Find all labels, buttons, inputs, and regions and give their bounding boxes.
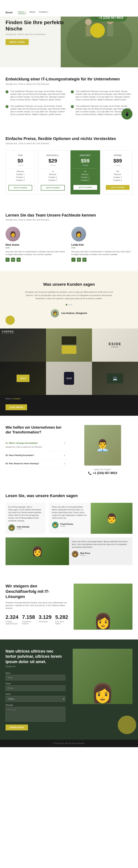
team-card-nina: 👩 Nina Scave Rolle Duis lacus duis dolor… bbox=[5, 227, 67, 262]
faq-item-2[interactable]: 02. Haus Painting Essentials? ∨ bbox=[5, 451, 65, 460]
dot-3[interactable] bbox=[71, 304, 72, 305]
portfolio-read-more-button[interactable]: LESE MEHR bbox=[5, 404, 27, 410]
portfolio-item-4: IDEAS bbox=[0, 362, 46, 395]
form-input-phone[interactable] bbox=[5, 685, 65, 691]
testimonial-title: Was unsere Kunden sagen bbox=[5, 282, 133, 287]
portfolio-caption-text: Artist on bbox=[5, 398, 13, 400]
review-author-celia: 👩 Celia Almeda Design bbox=[8, 524, 43, 531]
form-field-select: Select Wähle... bbox=[5, 693, 65, 702]
pricing-feature-prem-4: Funktion 2 bbox=[106, 179, 130, 181]
form-textarea-message[interactable] bbox=[5, 707, 65, 721]
form-select[interactable]: Wähle... bbox=[5, 696, 65, 702]
review-info-frank: Frank Kinney Design bbox=[60, 523, 73, 527]
team-role-linda: Rolle bbox=[72, 247, 133, 249]
pricing-feature-prem-2: Bewuser bbox=[106, 174, 130, 176]
pricing-feature-ind-2: Bewuser bbox=[41, 174, 64, 176]
stat-clients: 7.158 Zufriedene Kunden bbox=[22, 614, 35, 625]
faq-contact-label: Haben Sie Fragen? bbox=[88, 468, 117, 470]
hero-section: Finden Sie Ihre perfekte Nische Sample t… bbox=[0, 8, 138, 67]
team-social-linda: f tw in bbox=[72, 258, 133, 262]
review-text-frank: Praen nam nibh eu est feugiat facilisis.… bbox=[52, 505, 88, 519]
it-item-1: ✓ Trotz qualifizierter Fähneann und zung… bbox=[5, 90, 67, 101]
nav-brand: Brand bbox=[5, 11, 12, 14]
faq-item-1[interactable]: 01. What's off-page link-building? Sampl… bbox=[5, 439, 65, 451]
review-name-nick: Nick Perry bbox=[80, 552, 90, 554]
nav-link-about[interactable]: About bbox=[30, 11, 35, 14]
chevron-down-icon-3: ∨ bbox=[64, 462, 65, 465]
facebook-icon-linda[interactable]: f bbox=[72, 258, 76, 262]
nav-link-home[interactable]: Home 1 bbox=[18, 11, 26, 14]
portfolio-item-2 bbox=[46, 329, 92, 362]
form-label-message: Message bbox=[5, 704, 65, 706]
stat-label-projects: Projekte abgeschlossen bbox=[5, 621, 18, 625]
faq-question-1: 01. What's off-page link-building? bbox=[5, 442, 64, 444]
team-name-nina: Nina Scave bbox=[5, 243, 67, 246]
instagram-icon-nina[interactable]: in bbox=[16, 258, 20, 262]
pricing-btn-premium[interactable]: JETZT KAUFEN bbox=[106, 185, 130, 190]
form-label-select: Select bbox=[5, 693, 65, 695]
faq-answer-1: Sample text. Click to select the Text El… bbox=[5, 444, 64, 448]
review-text-celia: Es ist Ihnen gelungen, Sie zu überzeugen… bbox=[8, 505, 43, 522]
faq-question-2: 02. Haus Painting Essentials? bbox=[5, 454, 64, 456]
stat-number-coffee: 5.282 bbox=[55, 614, 68, 620]
check-icon-3: ✓ bbox=[5, 105, 8, 108]
review-card-frank: Praen nam nibh eu est feugiat facilisis.… bbox=[49, 503, 91, 534]
stat-tasks: 3.129 Arbeitstask bbox=[39, 614, 51, 625]
instagram-icon-linda[interactable]: in bbox=[83, 258, 87, 262]
pricing-feature-free-2: Funktion 1 bbox=[8, 174, 32, 176]
stats-subtitle: Phasellus venenatis bibendum facilisis. … bbox=[5, 601, 68, 610]
pricing-btn-individual[interactable]: JETZT KAUFEN bbox=[41, 185, 64, 190]
pricing-price-business: $59 bbox=[74, 158, 97, 164]
twitter-icon-linda[interactable]: tw bbox=[77, 258, 81, 262]
team-desc-linda: Duis lacus duis dolor to reprehenderit i… bbox=[72, 250, 133, 256]
faq-question-3: 03. Plan Ahead for Home Painting? bbox=[5, 462, 64, 465]
form-field-phone: Phone bbox=[5, 683, 65, 691]
form-input-name[interactable] bbox=[5, 675, 65, 680]
faq-right: 👨‍💼 Haben Sie Fragen? 📞 +1 (234) 567-891… bbox=[73, 425, 133, 475]
form-submit-button[interactable]: EINREICHEN bbox=[5, 724, 28, 731]
pricing-btn-business[interactable]: JETZT KAUFEN bbox=[74, 185, 97, 190]
stats-person-icon: 👩 bbox=[94, 612, 112, 630]
review-avatar-frank: 👨 bbox=[52, 522, 58, 528]
hero-cta-button[interactable]: MEHR LESEN bbox=[5, 39, 29, 45]
portfolio-caption: Artist on Unsplash bbox=[0, 395, 138, 402]
twitter-icon-nina[interactable]: tw bbox=[11, 258, 15, 262]
pricing-btn-free[interactable]: JETZT KAUFEN bbox=[8, 185, 32, 190]
review-card-celia: Es ist Ihnen gelungen, Sie zu überzeugen… bbox=[5, 503, 45, 534]
it-phone-icon: 📱 bbox=[122, 108, 133, 120]
stats-left: Wir steigern den Geschäftserfolg mit IT-… bbox=[5, 584, 68, 630]
contact-person-image: 👩 bbox=[73, 649, 133, 704]
dot-2[interactable] bbox=[68, 304, 70, 305]
faq-item-3[interactable]: 03. Plan Ahead for Home Painting? ∨ bbox=[5, 460, 65, 468]
check-icon-4: ✓ bbox=[71, 105, 74, 108]
pricing-price-free: $0 bbox=[8, 158, 32, 164]
facebook-icon-nina[interactable]: f bbox=[5, 258, 9, 262]
phone-icon-faq: 📞 bbox=[88, 471, 92, 475]
reviews-grid: Es ist Ihnen gelungen, Sie zu überzeugen… bbox=[5, 503, 133, 565]
hero-subtitle: Sample text. Click to select the Text El… bbox=[5, 33, 68, 35]
faq-person-image: 👨‍💼 bbox=[84, 425, 121, 466]
pricing-feature-bus-2: Bewuser bbox=[74, 174, 97, 176]
contact-inner: Nam ultrices ultrices nec tortor pulvina… bbox=[5, 649, 133, 731]
pricing-feature-bus-4: Funktion 2 bbox=[74, 179, 97, 181]
pricing-label-individual: Individuell bbox=[41, 154, 64, 156]
faq-left: Wie helfen wir Unternehmen bei der Trans… bbox=[5, 425, 65, 475]
nav-link-contact[interactable]: Contact 1 bbox=[39, 11, 48, 14]
nav-links: Home 1 About Contact 1 bbox=[18, 11, 48, 14]
check-icon-1: ✓ bbox=[5, 90, 8, 93]
pricing-feature-free-4: Funktion 3 bbox=[8, 179, 32, 181]
team-section: Lernen Sie das Team Unsere Fachleute ken… bbox=[0, 204, 138, 271]
team-subtitle: Sample text. Click to select the Text El… bbox=[5, 219, 133, 221]
pricing-subtitle: Sample text. Click to select the Text El… bbox=[5, 142, 133, 145]
portfolio-caption-link[interactable]: Unsplash bbox=[13, 398, 20, 400]
check-icon-2: ✓ bbox=[71, 90, 74, 93]
testimonial-section: Was unsere Kunden sagen Excepteur sint o… bbox=[0, 271, 138, 329]
review-frank-image: 👨 bbox=[91, 503, 133, 534]
pricing-price-individual: $29 bbox=[41, 158, 64, 164]
review-info-celia: Celia Almeda Design bbox=[17, 526, 30, 530]
pricing-feature-bus-1: 5k bbox=[74, 170, 97, 173]
stat-label-tasks: Arbeitstask bbox=[39, 621, 51, 623]
dot-1[interactable] bbox=[66, 304, 67, 305]
review-nick-person-icon: 👩 bbox=[32, 546, 43, 557]
navigation: Brand Home 1 About Contact 1 bbox=[0, 8, 138, 17]
